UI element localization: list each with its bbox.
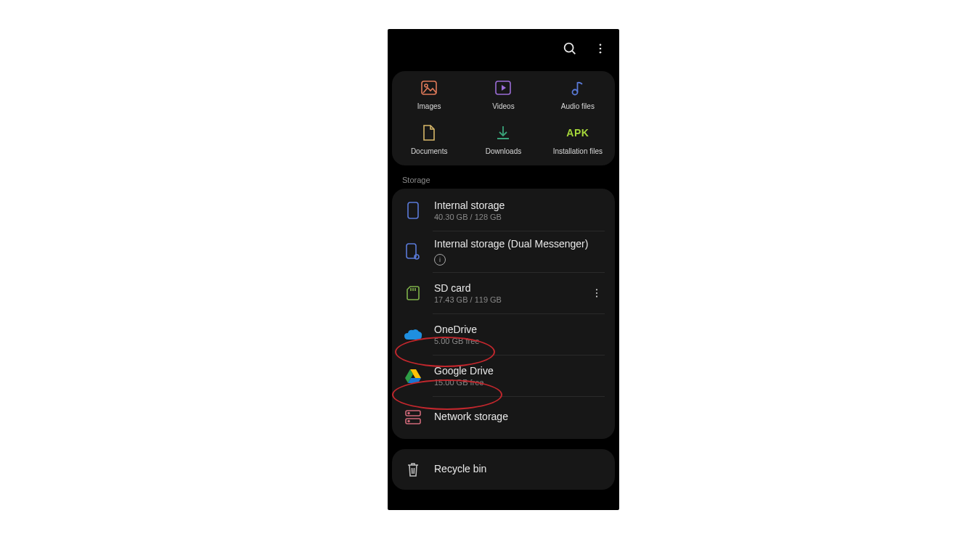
row-sub: 40.30 GB / 128 GB <box>434 213 605 221</box>
svg-point-6 <box>425 84 428 87</box>
category-label: Images <box>417 102 441 110</box>
storage-google-drive[interactable]: Google Drive 15.00 GB free <box>392 356 615 396</box>
more-options-icon[interactable] <box>590 38 611 59</box>
row-title: OneDrive <box>434 324 605 337</box>
category-label: Installation files <box>553 147 603 155</box>
images-icon <box>420 78 438 97</box>
category-label: Documents <box>411 147 448 155</box>
category-label: Downloads <box>486 147 521 155</box>
row-text: Network storage <box>434 411 605 424</box>
svg-point-16 <box>596 292 597 294</box>
google-drive-icon <box>402 365 424 387</box>
row-title: Internal storage (Dual Messenger) <box>434 238 605 251</box>
category-documents[interactable]: Documents <box>392 123 466 155</box>
row-sub: i <box>434 252 605 266</box>
storage-onedrive[interactable]: OneDrive 5.00 GB free <box>392 314 615 355</box>
svg-point-4 <box>600 52 602 54</box>
category-label: Videos <box>492 102 514 110</box>
categories-grid: Images Videos Audio fi <box>392 78 615 155</box>
audio-icon <box>568 78 587 97</box>
downloads-icon <box>494 123 513 142</box>
svg-point-3 <box>600 48 602 50</box>
documents-icon <box>420 123 438 142</box>
row-title: Internal storage <box>434 200 605 213</box>
row-text: Internal storage 40.30 GB / 128 GB <box>434 200 605 222</box>
svg-point-11 <box>415 255 419 259</box>
storage-sdcard[interactable]: SD card 17.43 GB / 119 GB <box>392 273 615 313</box>
storage-section-label: Storage <box>402 176 619 184</box>
recycle-bin[interactable]: Recycle bin <box>392 449 615 490</box>
svg-point-2 <box>600 44 602 46</box>
svg-point-8 <box>572 90 577 95</box>
videos-icon <box>494 78 513 97</box>
phone-icon <box>402 200 424 221</box>
category-downloads[interactable]: Downloads <box>466 123 540 155</box>
category-images[interactable]: Images <box>392 78 466 110</box>
sdcard-icon <box>402 282 424 304</box>
storage-network[interactable]: Network storage <box>392 397 615 438</box>
svg-point-21 <box>408 421 409 422</box>
myfiles-screen: Images Videos Audio fi <box>388 29 619 510</box>
row-title: Recycle bin <box>434 463 605 476</box>
top-bar <box>388 29 619 68</box>
category-audio[interactable]: Audio files <box>541 78 615 110</box>
row-sub: 5.00 GB free <box>434 337 605 345</box>
storage-internal-dual[interactable]: Internal storage (Dual Messenger) i <box>392 231 615 272</box>
row-text: Internal storage (Dual Messenger) i <box>434 238 605 266</box>
row-title: Google Drive <box>434 365 605 378</box>
row-text: Recycle bin <box>434 463 605 476</box>
sdcard-more-icon[interactable] <box>589 285 605 301</box>
apk-icon: APK <box>568 123 587 142</box>
row-sub: 17.43 GB / 119 GB <box>434 295 589 304</box>
row-text: SD card 17.43 GB / 119 GB <box>434 282 589 305</box>
info-icon: i <box>434 254 446 266</box>
category-videos[interactable]: Videos <box>466 78 540 110</box>
search-icon[interactable] <box>560 38 580 59</box>
onedrive-icon <box>402 324 424 345</box>
storage-card: Internal storage 40.30 GB / 128 GB Inter… <box>392 189 615 439</box>
row-text: OneDrive 5.00 GB free <box>434 324 605 346</box>
row-text: Google Drive 15.00 GB free <box>434 365 605 387</box>
phone-dual-icon <box>402 241 424 263</box>
recycle-card: Recycle bin <box>392 449 615 490</box>
category-installation-files[interactable]: APK Installation files <box>541 123 615 155</box>
row-sub: 15.00 GB free <box>434 378 605 387</box>
svg-point-20 <box>408 413 409 414</box>
row-title: SD card <box>434 282 589 295</box>
storage-internal[interactable]: Internal storage 40.30 GB / 128 GB <box>392 190 615 231</box>
svg-point-0 <box>565 44 573 52</box>
trash-icon <box>402 459 424 480</box>
svg-point-15 <box>596 289 597 290</box>
categories-card: Images Videos Audio fi <box>392 71 615 165</box>
network-storage-icon <box>402 406 424 428</box>
svg-point-17 <box>596 296 597 297</box>
svg-rect-9 <box>408 202 418 218</box>
row-title: Network storage <box>434 411 605 424</box>
svg-line-1 <box>572 51 575 54</box>
category-label: Audio files <box>561 102 595 110</box>
